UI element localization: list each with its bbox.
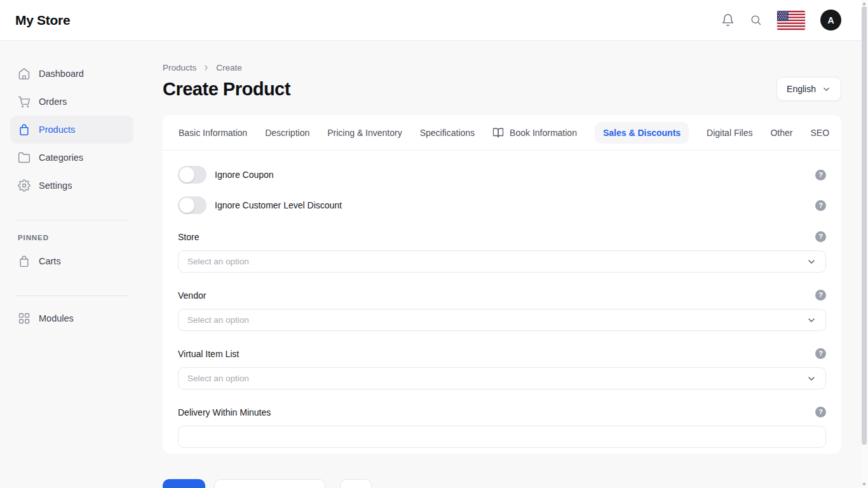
sales-discounts-form: Ignore Coupon ? Ignore Customer Level Di… — [163, 151, 841, 454]
sidebar-item-label: Dashboard — [39, 69, 84, 79]
chevron-down-icon — [806, 315, 817, 325]
chevron-right-icon — [202, 64, 210, 72]
virtual-item-list-select[interactable]: Select an option — [178, 367, 826, 390]
store-select[interactable]: Select an option — [178, 250, 826, 273]
virtual-item-list-field: Virtual Item List ? Select an option — [178, 348, 826, 390]
vendor-field: Vendor ? Select an option — [178, 290, 826, 331]
help-icon[interactable]: ? — [815, 348, 826, 359]
sidebar-item-modules[interactable]: Modules — [10, 304, 133, 332]
sidebar-item-orders[interactable]: Orders — [10, 88, 133, 116]
chevron-down-icon — [806, 374, 817, 384]
pinned-section-label: PINNED — [18, 234, 133, 241]
sidebar-item-label: Products — [39, 125, 75, 135]
scroll-up-arrow-icon[interactable] — [862, 2, 866, 5]
gear-icon — [18, 179, 31, 192]
tab-specifications[interactable]: Specifications — [420, 128, 475, 138]
vendor-select[interactable]: Select an option — [178, 309, 826, 331]
tab-pricing-inventory[interactable]: Pricing & Inventory — [327, 128, 402, 138]
breadcrumb-products[interactable]: Products — [163, 63, 196, 72]
chevron-down-icon — [822, 85, 831, 94]
topbar-actions: A — [721, 10, 841, 30]
help-icon[interactable]: ? — [815, 290, 826, 301]
create-product-card: Basic Information Description Pricing & … — [163, 115, 841, 454]
delivery-within-minutes-field: Delivery Within Minutes ? — [178, 407, 826, 448]
main-content: Products Create Create Product English B… — [141, 41, 868, 488]
toggle-knob — [179, 167, 194, 182]
sidebar-item-products[interactable]: Products — [10, 116, 133, 144]
form-actions — [163, 479, 841, 488]
bag-icon — [18, 123, 31, 136]
page-title: Create Product — [163, 79, 290, 100]
tab-sales-discounts[interactable]: Sales & Discounts — [595, 122, 689, 144]
search-button[interactable] — [750, 14, 762, 26]
delivery-within-minutes-label: Delivery Within Minutes — [178, 407, 271, 417]
bag-icon — [18, 255, 31, 268]
brand-title: My Store — [15, 13, 70, 28]
breadcrumb-create[interactable]: Create — [216, 63, 242, 72]
home-icon — [18, 67, 31, 80]
tab-seo[interactable]: SEO — [810, 128, 829, 138]
language-selector[interactable]: English — [776, 77, 841, 101]
tab-digital-files[interactable]: Digital Files — [707, 128, 752, 138]
sidebar-item-label: Orders — [39, 97, 67, 107]
sidebar-divider — [15, 220, 128, 220]
store-field: Store ? Select an option — [178, 231, 826, 273]
help-icon[interactable]: ? — [815, 231, 826, 242]
secondary-action-button[interactable] — [214, 479, 325, 488]
vertical-scrollbar[interactable] — [861, 0, 868, 488]
ignore-customer-level-discount-label: Ignore Customer Level Discount — [215, 200, 342, 210]
sidebar-item-label: Settings — [39, 180, 72, 191]
scroll-down-arrow-icon[interactable] — [862, 483, 866, 486]
search-icon — [750, 14, 762, 26]
primary-action-button[interactable] — [163, 479, 205, 488]
sidebar-item-label: Carts — [39, 256, 61, 266]
folder-icon — [18, 151, 31, 164]
help-icon[interactable]: ? — [815, 407, 826, 417]
delivery-within-minutes-input[interactable] — [178, 426, 826, 448]
sidebar-divider — [15, 295, 128, 296]
tab-bar: Basic Information Description Pricing & … — [163, 115, 841, 151]
breadcrumb: Products Create — [163, 63, 841, 72]
tab-other[interactable]: Other — [770, 128, 792, 138]
language-flag-us-icon[interactable] — [777, 11, 805, 30]
ignore-customer-level-discount-row: Ignore Customer Level Discount ? — [178, 196, 826, 214]
help-icon[interactable]: ? — [815, 200, 826, 211]
virtual-item-list-label: Virtual Item List — [178, 349, 239, 359]
tab-description[interactable]: Description — [265, 128, 309, 138]
sidebar: Dashboard Orders Products Categories Set… — [0, 41, 141, 488]
cart-icon — [18, 95, 31, 108]
book-icon — [492, 127, 504, 139]
grid-icon — [18, 312, 31, 325]
store-label: Store — [178, 232, 199, 242]
store-select-placeholder: Select an option — [187, 257, 249, 266]
topbar: My Store — [0, 0, 868, 41]
ignore-coupon-label: Ignore Coupon — [215, 170, 274, 180]
tab-label: Book Information — [510, 128, 577, 138]
chevron-down-icon — [806, 257, 817, 267]
sidebar-item-dashboard[interactable]: Dashboard — [10, 60, 133, 88]
ignore-coupon-toggle[interactable] — [178, 166, 207, 184]
sidebar-item-label: Categories — [39, 152, 83, 163]
tertiary-action-button[interactable] — [340, 479, 372, 488]
notifications-button[interactable] — [721, 13, 735, 27]
sidebar-item-settings[interactable]: Settings — [10, 172, 133, 200]
sidebar-item-categories[interactable]: Categories — [10, 144, 133, 172]
language-selector-value: English — [787, 84, 816, 94]
tab-book-information[interactable]: Book Information — [492, 127, 577, 139]
ignore-customer-level-discount-toggle[interactable] — [178, 196, 207, 214]
vendor-select-placeholder: Select an option — [187, 315, 249, 325]
sidebar-item-label: Modules — [39, 313, 74, 323]
help-icon[interactable]: ? — [815, 170, 826, 180]
vendor-label: Vendor — [178, 290, 206, 301]
ignore-coupon-row: Ignore Coupon ? — [178, 166, 826, 184]
tab-basic-information[interactable]: Basic Information — [179, 128, 247, 138]
sidebar-item-carts[interactable]: Carts — [10, 247, 133, 275]
virtual-item-list-select-placeholder: Select an option — [187, 374, 249, 383]
bell-icon — [721, 13, 735, 27]
avatar[interactable]: A — [820, 10, 841, 30]
scrollbar-thumb[interactable] — [862, 6, 867, 445]
toggle-knob — [179, 198, 194, 213]
